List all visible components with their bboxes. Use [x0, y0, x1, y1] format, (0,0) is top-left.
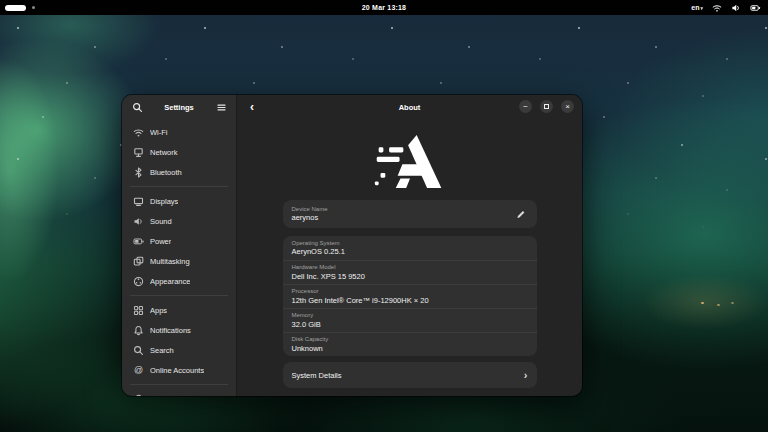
field-value: AerynOS 0.25.1 — [292, 247, 528, 256]
shore-light — [701, 302, 704, 304]
clock[interactable]: 20 Mar 13:18 — [0, 4, 768, 11]
sidebar-item-apps[interactable]: Apps — [127, 300, 231, 320]
sidebar-title: Settings — [144, 103, 214, 112]
chevron-down-icon: ▾ — [700, 5, 703, 11]
sidebar-list: Wi-Fi Network Bluetooth Displays So — [122, 119, 236, 396]
hamburger-menu-icon — [216, 102, 227, 113]
field-label: Disk Capacity — [292, 336, 528, 342]
sidebar-item-bluetooth[interactable]: Bluetooth — [127, 162, 231, 182]
pencil-icon — [516, 209, 526, 219]
field-label: Operating System — [292, 240, 528, 246]
settings-sidebar: Settings Wi-Fi Network Bluetooth — [122, 95, 237, 396]
sound-icon — [133, 216, 144, 227]
sidebar-divider — [130, 186, 228, 187]
info-row-disk-capacity: Disk Capacity Unknown — [283, 332, 537, 356]
bluetooth-icon — [133, 167, 144, 178]
about-headerbar: ‹ About − × — [237, 95, 582, 119]
field-value: 32.0 GiB — [292, 320, 528, 329]
mouse-icon — [133, 394, 144, 397]
sidebar-item-label: Wi-Fi — [150, 128, 168, 137]
search-button[interactable] — [130, 100, 144, 114]
sidebar-item-wifi[interactable]: Wi-Fi — [127, 122, 231, 142]
sidebar-item-label: Search — [150, 346, 174, 355]
close-button[interactable]: × — [561, 100, 574, 113]
field-label: Hardware Model — [292, 264, 528, 270]
sidebar-item-network[interactable]: Network — [127, 142, 231, 162]
sidebar-divider — [130, 295, 228, 296]
sidebar-item-online-accounts[interactable]: @ Online Accounts — [127, 360, 231, 380]
wifi-icon — [133, 127, 144, 138]
maximize-button[interactable] — [540, 100, 553, 113]
sidebar-item-label: Mouse & Touchpad — [150, 395, 214, 397]
shore-light — [717, 304, 720, 306]
info-row-memory: Memory 32.0 GiB — [283, 308, 537, 332]
device-name-row[interactable]: Device Name aerynos — [283, 200, 537, 228]
about-pane: ‹ About − × — [237, 95, 582, 396]
device-name-field: Device Name aerynos — [292, 206, 514, 223]
field-value: Unknown — [292, 344, 528, 353]
settings-window: Settings Wi-Fi Network Bluetooth — [122, 95, 582, 396]
volume-icon[interactable] — [731, 3, 741, 13]
keyboard-layout-label: en — [691, 4, 699, 11]
main-menu-button[interactable] — [214, 100, 228, 114]
sidebar-item-displays[interactable]: Displays — [127, 191, 231, 211]
field-label: Processor — [292, 288, 528, 294]
about-content: Device Name aerynos Operating System Aer… — [237, 119, 582, 396]
at-icon: @ — [133, 365, 144, 376]
sidebar-item-label: Sound — [150, 217, 172, 226]
info-row-operating-system: Operating System AerynOS 0.25.1 — [283, 236, 537, 260]
wifi-icon[interactable] — [712, 3, 722, 13]
displays-icon — [133, 196, 144, 207]
field-value: aerynos — [292, 213, 514, 222]
system-details-label: System Details — [292, 371, 524, 380]
sidebar-item-label: Multitasking — [150, 257, 190, 266]
sidebar-item-label: Online Accounts — [150, 366, 204, 375]
sidebar-item-label: Bluetooth — [150, 168, 182, 177]
sidebar-divider — [130, 384, 228, 385]
edit-device-name-button[interactable] — [514, 207, 528, 221]
sidebar-item-appearance[interactable]: Appearance — [127, 271, 231, 291]
battery-icon[interactable] — [750, 3, 761, 13]
shore-light — [731, 302, 734, 304]
sidebar-item-search[interactable]: Search — [127, 340, 231, 360]
system-tray[interactable]: en ▾ — [691, 0, 761, 15]
sidebar-item-label: Displays — [150, 197, 178, 206]
gnome-top-bar: 20 Mar 13:18 en ▾ — [0, 0, 768, 15]
info-row-processor: Processor 12th Gen Intel® Core™ i9-12900… — [283, 284, 537, 308]
sidebar-item-notifications[interactable]: Notifications — [127, 320, 231, 340]
multitasking-icon — [133, 256, 144, 267]
sidebar-item-multitasking[interactable]: Multitasking — [127, 251, 231, 271]
info-row-hardware-model: Hardware Model Dell Inc. XPS 15 9520 — [283, 260, 537, 284]
desktop: 20 Mar 13:18 en ▾ Settings — [0, 0, 768, 432]
field-value: Dell Inc. XPS 15 9520 — [292, 272, 528, 281]
appearance-icon — [133, 276, 144, 287]
sidebar-item-sound[interactable]: Sound — [127, 211, 231, 231]
field-label: Memory — [292, 312, 528, 318]
sidebar-item-label: Notifications — [150, 326, 191, 335]
field-value: 12th Gen Intel® Core™ i9-12900HK × 20 — [292, 296, 528, 305]
chevron-right-icon: › — [524, 370, 528, 381]
sidebar-item-mouse-touchpad[interactable]: Mouse & Touchpad — [127, 389, 231, 396]
keyboard-layout-indicator[interactable]: en ▾ — [691, 4, 703, 11]
window-controls: − × — [519, 100, 574, 113]
bell-icon — [133, 325, 144, 336]
minimize-button[interactable]: − — [519, 100, 532, 113]
system-info-group: Operating System AerynOS 0.25.1 Hardware… — [283, 236, 537, 356]
sidebar-item-label: Appearance — [150, 277, 190, 286]
system-details-row[interactable]: System Details › — [283, 362, 537, 388]
sidebar-header: Settings — [122, 95, 236, 119]
aerynos-logo — [367, 133, 453, 190]
sidebar-item-power[interactable]: Power — [127, 231, 231, 251]
back-button[interactable]: ‹ — [243, 97, 261, 117]
sidebar-item-label: Apps — [150, 306, 167, 315]
network-icon — [133, 147, 144, 158]
sidebar-item-label: Network — [150, 148, 178, 157]
power-icon — [133, 236, 144, 247]
field-label: Device Name — [292, 206, 514, 212]
apps-grid-icon — [133, 305, 144, 316]
search-icon — [132, 102, 143, 113]
search-icon — [133, 345, 144, 356]
maximize-icon — [544, 104, 549, 109]
sidebar-item-label: Power — [150, 237, 171, 246]
